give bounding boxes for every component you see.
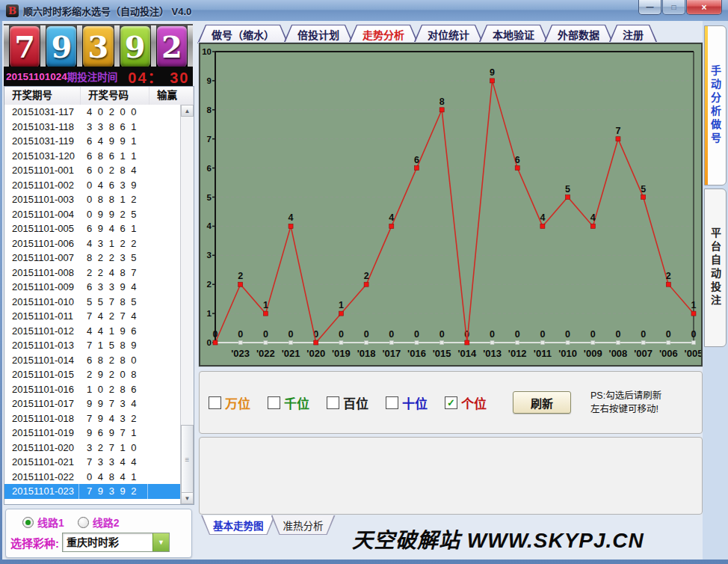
table-row[interactable]: 20151101-0137 1 5 8 9 [4, 338, 181, 353]
tab-label: 本地验证 [480, 25, 547, 43]
cell-result [148, 280, 181, 295]
svg-text:0: 0 [666, 329, 671, 340]
dropdown-arrow-icon[interactable]: ▼ [152, 533, 169, 551]
cell-issue: 20151031-117 [4, 105, 79, 120]
table-row[interactable]: 20151101-0082 2 4 8 7 [4, 266, 181, 281]
tab-1[interactable]: 准热分析 [271, 515, 336, 535]
table-row[interactable]: 20151101-0161 0 2 8 6 [4, 382, 181, 397]
table-row[interactable]: 20151101-0237 9 3 9 2 [4, 484, 181, 499]
table-row[interactable]: 20151101-0217 3 3 4 4 [4, 455, 181, 470]
lottery-digit-value: 3 [88, 29, 109, 64]
cell-issue: 20151101-009 [4, 280, 79, 295]
table-row[interactable]: 20151031-1206 8 6 1 1 [4, 149, 181, 164]
cell-numbers: 6 0 2 8 4 [79, 163, 148, 178]
position-checkbox-4[interactable]: ✓个位 [445, 393, 487, 412]
position-checkbox-3[interactable]: 十位 [386, 393, 428, 412]
position-checkbox-0[interactable]: 万位 [209, 393, 250, 412]
checkbox-box[interactable] [209, 396, 221, 409]
table-row[interactable]: 20151031-1183 3 8 6 1 [4, 120, 181, 135]
table-row[interactable]: 20151101-0030 8 8 1 2 [4, 192, 181, 207]
table-row[interactable]: 20151101-0105 5 7 8 5 [4, 295, 181, 310]
scroll-up-icon[interactable]: ▲ [181, 105, 194, 117]
main-content: 79392 20151101024 期投注时间 04： 30 开奖期号开奖号码输… [2, 21, 726, 560]
svg-text:0: 0 [641, 329, 646, 340]
cell-result [148, 396, 181, 411]
checkbox-box[interactable] [327, 396, 339, 409]
side-tab-auto-bet[interactable]: 平台自动投注 [704, 188, 727, 347]
tab-label: 基本走势图 [203, 515, 274, 534]
radio-line1[interactable] [22, 517, 34, 528]
tab-0[interactable]: 做号（缩水） [197, 25, 289, 43]
app-window: B 顺六时时彩缩水选号（自动投注） V4.0 — □ × 79392 20151… [0, 0, 728, 564]
svg-text:'017: '017 [382, 348, 401, 359]
refresh-button[interactable]: 刷新 [513, 391, 571, 414]
table-row[interactable]: 20151101-0020 4 6 3 9 [4, 178, 181, 193]
cell-result [148, 221, 181, 236]
table-row[interactable]: 20151101-0199 6 9 7 1 [4, 426, 181, 441]
scrollbar-thumb[interactable]: ≡ [181, 425, 194, 494]
close-button-icon[interactable]: × [686, 0, 722, 15]
table-row[interactable]: 20151101-0064 3 1 2 2 [4, 236, 181, 251]
table-row[interactable]: 20151101-0117 4 2 7 4 [4, 309, 181, 324]
table-row[interactable]: 20151101-0179 9 7 3 4 [4, 396, 181, 411]
table-row[interactable]: 20151101-0220 4 8 4 1 [4, 470, 181, 485]
svg-text:7: 7 [207, 135, 212, 144]
digit-separator [188, 25, 193, 68]
table-row[interactable]: 20151101-0152 9 2 0 8 [4, 367, 181, 382]
table-row[interactable]: 20151101-0146 8 2 8 0 [4, 353, 181, 368]
table-row[interactable]: 20151101-0016 0 2 8 4 [4, 163, 181, 178]
table-row[interactable]: 20151101-0040 9 9 2 5 [4, 207, 181, 222]
checkbox-box[interactable]: ✓ [445, 396, 457, 409]
cell-result [148, 192, 181, 207]
cell-result [148, 338, 181, 353]
cell-issue: 20151101-003 [4, 192, 79, 207]
tab-2[interactable]: 走势分析 [348, 25, 419, 43]
title-bar: B 顺六时时彩缩水选号（自动投注） V4.0 — □ × [0, 0, 728, 21]
cell-result [148, 251, 181, 266]
cell-numbers: 0 4 6 3 9 [79, 178, 148, 193]
table-row[interactable]: 20151101-0187 9 4 3 2 [4, 411, 181, 426]
cell-issue: 20151101-002 [4, 178, 79, 193]
side-tab-manual-analysis[interactable]: 手动分析做号 [704, 25, 727, 186]
scroll-down-icon[interactable]: ▼ [181, 492, 194, 504]
table-scrollbar[interactable]: ▲ ≡ ▼ [180, 105, 194, 504]
svg-text:0: 0 [615, 329, 620, 340]
minimize-button-icon[interactable]: — [638, 0, 661, 15]
lottery-digit: 9 [46, 26, 76, 67]
cell-numbers: 0 8 8 1 2 [79, 192, 148, 207]
tab-6[interactable]: 注册 [608, 25, 658, 43]
checkbox-label: 百位 [343, 393, 368, 412]
lottery-select[interactable]: 重庆时时彩 ▼ [62, 533, 170, 552]
tab-0[interactable]: 基本走势图 [201, 515, 276, 535]
table-row[interactable]: 20151031-1174 0 2 0 0 [4, 105, 181, 120]
cell-issue: 20151101-017 [4, 396, 79, 411]
tab-3[interactable]: 对位统计 [413, 25, 484, 43]
tab-4[interactable]: 本地验证 [478, 25, 549, 43]
cell-result [148, 178, 181, 193]
position-checkbox-1[interactable]: 千位 [268, 393, 309, 412]
window-controls: — □ × [638, 0, 722, 15]
table-row[interactable]: 20151101-0096 3 3 9 4 [4, 280, 181, 295]
cell-numbers: 7 9 3 9 2 [79, 484, 148, 499]
checkbox-box[interactable] [386, 396, 398, 409]
countdown-label: 期投注时间 [67, 69, 118, 84]
cell-issue: 20151101-008 [4, 266, 79, 281]
maximize-button-icon[interactable]: □ [662, 0, 685, 15]
radio-line1-label[interactable]: 线路1 [37, 515, 64, 530]
tab-5[interactable]: 外部数据 [543, 25, 614, 43]
position-checkbox-2[interactable]: 百位 [327, 393, 368, 412]
checkbox-box[interactable] [268, 396, 280, 409]
svg-text:4: 4 [389, 212, 394, 223]
table-row[interactable]: 20151101-0078 2 2 3 5 [4, 251, 181, 266]
tab-1[interactable]: 倍投计划 [283, 25, 354, 43]
lottery-digit: 3 [83, 26, 113, 67]
digit-separator [4, 25, 9, 68]
table-row[interactable]: 20151101-0056 9 4 6 1 [4, 221, 181, 236]
table-row[interactable]: 20151101-0124 4 1 9 6 [4, 324, 181, 339]
radio-line2-label[interactable]: 线路2 [93, 515, 120, 530]
cell-issue: 20151101-013 [4, 338, 79, 353]
table-row[interactable]: 20151101-0203 2 7 1 0 [4, 441, 181, 456]
watermark-text: 天空破解站 WWW.SKYPJ.CN [352, 524, 644, 554]
radio-line2[interactable] [78, 517, 89, 528]
table-row[interactable]: 20151031-1196 4 9 9 1 [4, 134, 181, 149]
